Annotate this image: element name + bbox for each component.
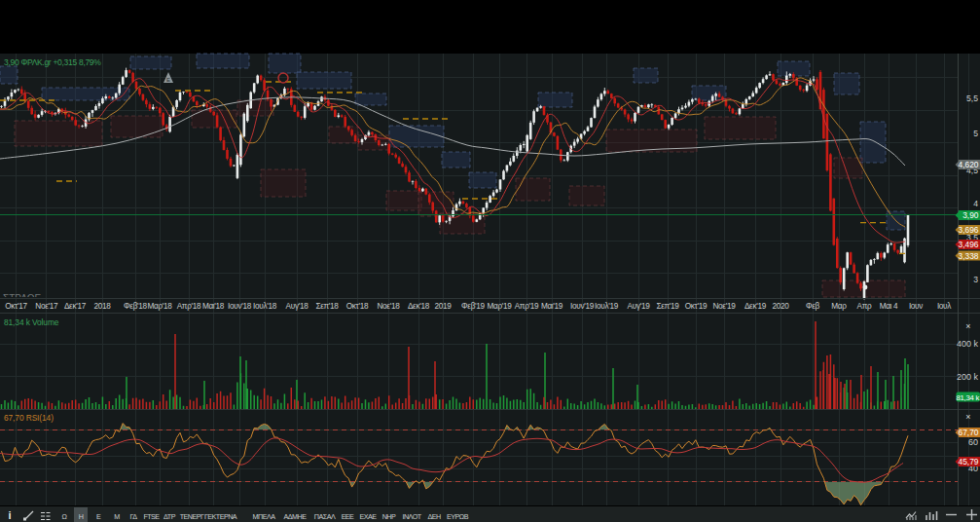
svg-text:Σεπ'18: Σεπ'18 [315,302,339,311]
svg-text:400 k: 400 k [957,339,979,349]
svg-text:ΔΕΗ: ΔΕΗ [427,512,440,521]
svg-text:Δεκ'17: Δεκ'17 [64,302,87,311]
svg-text:ΕΕΕ: ΕΕΕ [342,512,354,521]
svg-text:Νοε'19: Νοε'19 [713,302,737,311]
svg-text:4,620: 4,620 [959,160,979,169]
svg-text:2020: 2020 [772,302,789,311]
svg-text:Μαρ: Μαρ [831,302,847,311]
svg-text:Μαι'19: Μαι'19 [541,302,563,311]
svg-text:60: 60 [968,437,978,447]
svg-text:Νοε'18: Νοε'18 [378,302,401,311]
svg-text:Απρ'19: Απρ'19 [515,302,539,311]
svg-text:×: × [965,412,970,422]
svg-text:2018: 2018 [93,302,111,311]
svg-text:45,79: 45,79 [959,457,979,466]
svg-text:ΜΠΕΛΑ: ΜΠΕΛΑ [253,512,276,521]
svg-text:Σεπ'19: Σεπ'19 [656,302,679,311]
svg-text:ΓΔ: ΓΔ [130,512,138,521]
svg-text:3,338: 3,338 [959,251,979,261]
svg-text:Απρ'18: Απρ'18 [177,302,201,311]
svg-text:Η: Η [79,512,84,521]
svg-text:Ιουλ'19: Ιουλ'19 [595,302,619,311]
svg-text:ΝΗΡ: ΝΗΡ [382,512,396,521]
svg-text:Ιουλ: Ιουλ [937,302,952,311]
svg-text:Οκτ'18: Οκτ'18 [346,302,369,311]
svg-text:Αυγ'19: Αυγ'19 [628,302,651,311]
svg-text:i: i [8,509,11,521]
svg-text:Ιουλ'18: Ιουλ'18 [253,302,277,311]
svg-text:ΑΔΜΗΕ: ΑΔΜΗΕ [284,512,308,521]
svg-text:ΠΑΣΑΛ: ΠΑΣΑΛ [314,512,336,521]
svg-text:FTSE: FTSE [143,512,160,521]
svg-text:E: E [166,77,170,83]
svg-text:3,696: 3,696 [959,225,979,235]
svg-text:Δεκ'18: Δεκ'18 [408,302,430,311]
svg-text:Νοε'17: Νοε'17 [35,302,58,311]
svg-text:Αυγ'18: Αυγ'18 [286,302,309,311]
svg-text:Μαι 4: Μαι 4 [880,302,898,311]
svg-text:67,70 RSI(14): 67,70 RSI(14) [4,413,54,423]
svg-text:3,90: 3,90 [962,210,979,220]
svg-text:Φεβ'19: Φεβ'19 [461,302,486,311]
svg-text:81,34 k Volume: 81,34 k Volume [4,317,59,327]
svg-text:ΤΕΝΕΡΓ: ΤΕΝΕΡΓ [180,512,204,521]
svg-text:5: 5 [973,129,978,138]
svg-text:81,34 k: 81,34 k [957,393,980,402]
svg-text:ΙΝΛΟΤ: ΙΝΛΟΤ [402,512,421,521]
svg-text:ΕΥΡΩΒ: ΕΥΡΩΒ [447,512,469,521]
svg-text:200 k: 200 k [957,372,979,382]
svg-text:Μαι'18: Μαι'18 [202,302,225,311]
svg-text:Ιουν'19: Ιουν'19 [570,302,595,311]
svg-text:Απρ: Απρ [857,302,873,311]
svg-text:×: × [965,321,970,331]
svg-text:Μαρ'19: Μαρ'19 [487,302,512,311]
svg-text:Φεβ: Φεβ [806,302,820,311]
svg-text:3: 3 [973,275,978,284]
svg-text:Οκτ'19: Οκτ'19 [685,302,708,311]
svg-text:3,496: 3,496 [959,240,979,249]
svg-text:67,70: 67,70 [959,428,979,437]
svg-text:Μ: Μ [114,512,120,521]
svg-text:ΓΕΚΤΕΡΝΑ: ΓΕΚΤΕΡΝΑ [204,512,237,521]
svg-text:Ιουν'18: Ιουν'18 [228,302,252,311]
svg-text:5,5: 5,5 [966,93,978,103]
svg-text:3,90 ΦΡΛΚ.gr +0,315 8,79%: 3,90 ΦΡΛΚ.gr +0,315 8,79% [4,57,101,67]
svg-text:ΕΧΑΕ: ΕΧΑΕ [360,512,378,521]
svg-text:Δεκ'19: Δεκ'19 [744,302,767,311]
svg-text:ΔΤΡ: ΔΤΡ [163,512,176,521]
svg-text:4: 4 [973,199,978,208]
svg-text:Μαρ'18: Μαρ'18 [147,302,172,311]
svg-text:Ιουν: Ιουν [909,302,923,311]
svg-text:Οκτ'17: Οκτ'17 [5,302,27,311]
svg-text:Φεβ'18: Φεβ'18 [124,302,148,311]
svg-text:2019: 2019 [434,302,452,311]
